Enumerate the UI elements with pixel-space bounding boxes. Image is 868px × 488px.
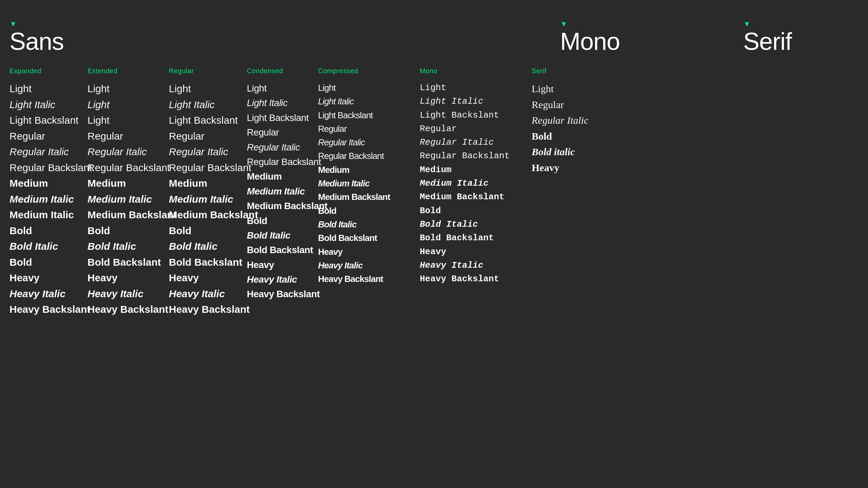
list-item: Regular xyxy=(532,97,627,113)
list-item: Bold Backslant xyxy=(420,231,532,245)
list-item: Heavy Italic xyxy=(9,286,84,302)
list-item: Light xyxy=(87,97,169,113)
list-item: Regular Italic xyxy=(532,113,627,128)
list-item: Heavy Backslant xyxy=(420,272,532,286)
list-item: Light xyxy=(247,81,318,96)
column-condensed: Condensed Light Light Italic Light Backs… xyxy=(247,67,318,318)
list-item: Heavy xyxy=(318,245,393,259)
condensed-label: Condensed xyxy=(247,67,318,75)
list-item: Medium Backslant xyxy=(87,207,169,223)
list-item: Regular Backslant xyxy=(9,160,84,176)
list-item: Light xyxy=(169,81,247,97)
list-item: Bold xyxy=(87,223,169,239)
sans-header: ▼ Sans xyxy=(9,20,560,54)
list-item: Medium Italic xyxy=(247,184,318,199)
list-item: Bold xyxy=(532,128,627,144)
list-item: Light Italic xyxy=(420,95,532,108)
list-item: Regular Italic xyxy=(420,136,532,149)
serif-header: ▼ Serif xyxy=(743,20,859,54)
list-item: Heavy xyxy=(247,258,318,272)
list-item: Heavy Backslant xyxy=(247,287,318,301)
list-item: Light xyxy=(9,81,84,97)
list-item: Bold xyxy=(169,223,247,239)
compressed-label: Compressed xyxy=(318,67,393,75)
list-item: Heavy Italic xyxy=(169,286,247,302)
list-item: Medium xyxy=(9,176,84,191)
list-item: Regular Italic xyxy=(169,144,247,160)
list-item: Regular Italic xyxy=(87,144,169,160)
mono-triangle-icon: ▼ xyxy=(560,20,568,28)
serif-triangle-icon: ▼ xyxy=(743,20,751,28)
list-item: Medium Backslant xyxy=(420,190,532,204)
list-item: Heavy xyxy=(87,270,169,286)
list-item: Light Italic xyxy=(247,96,318,110)
list-item: Medium xyxy=(420,163,532,177)
list-item: Light Italic xyxy=(169,97,247,113)
main-content: Expanded Light Light Italic Light Backsl… xyxy=(9,67,859,318)
regular-label: Regular xyxy=(169,67,247,75)
list-item: Heavy Italic xyxy=(420,259,532,272)
list-item: Regular Backslant xyxy=(420,149,532,163)
column-compressed: Compressed Light Light Italic Light Back… xyxy=(318,67,393,318)
list-item: Light xyxy=(87,81,169,97)
list-item: Medium Backslant xyxy=(169,207,247,223)
header-row: ▼ Sans ▼ Mono ▼ Serif xyxy=(9,20,859,54)
list-item: Light Backslant xyxy=(9,113,84,128)
list-item: Medium Italic xyxy=(169,191,247,207)
list-item: Regular xyxy=(247,125,318,140)
list-item: Heavy xyxy=(169,270,247,286)
list-item: Heavy xyxy=(420,245,532,259)
divider-gap xyxy=(393,67,420,318)
list-item: Light Backslant xyxy=(318,108,393,122)
list-item: Light xyxy=(87,113,169,128)
list-item: Regular Backslant xyxy=(169,160,247,176)
column-expanded: Expanded Light Light Italic Light Backsl… xyxy=(9,67,84,318)
list-item: Medium xyxy=(87,176,169,191)
list-item: Bold Backslant xyxy=(247,243,318,257)
list-item: Bold Backslant xyxy=(169,255,247,270)
list-item: Heavy Backslant xyxy=(169,302,247,318)
list-item: Heavy xyxy=(532,160,627,176)
list-item: Bold Backslant xyxy=(318,231,393,245)
column-extended: Extended Light Light Light Regular Regul… xyxy=(87,67,169,318)
list-item: Bold xyxy=(318,204,393,218)
list-item: Heavy Backslant xyxy=(9,302,84,318)
list-item: Bold Italic xyxy=(318,218,393,231)
list-item: Bold xyxy=(247,214,318,228)
list-item: Heavy Italic xyxy=(87,286,169,302)
list-item: Medium xyxy=(247,169,318,184)
list-item: Medium Italic xyxy=(420,177,532,190)
list-item: Regular xyxy=(420,122,532,136)
list-item: Heavy xyxy=(9,270,84,286)
column-mono: Mono Light Light Italic Light Backslant … xyxy=(420,67,532,318)
list-item: Regular xyxy=(87,128,169,144)
list-item: Light xyxy=(318,81,393,95)
list-item: Light Italic xyxy=(9,97,84,113)
serif-col-label: Serif xyxy=(532,67,627,75)
list-item: Bold xyxy=(9,223,84,239)
list-item: Heavy Italic xyxy=(247,272,318,287)
sans-title: Sans xyxy=(9,29,64,54)
sans-triangle-icon: ▼ xyxy=(9,20,17,28)
list-item: Medium Backslant xyxy=(318,190,393,204)
list-item: Regular Backslant xyxy=(247,155,318,169)
list-item: Bold italic xyxy=(532,144,627,160)
expanded-label: Expanded xyxy=(9,67,84,75)
list-item: Regular Backslant xyxy=(318,149,393,163)
list-item: Medium Italic xyxy=(9,207,84,223)
list-item: Bold Backslant xyxy=(87,255,169,270)
page-container: ▼ Sans ▼ Mono ▼ Serif Expanded Light Lig… xyxy=(9,20,859,318)
list-item: Medium xyxy=(169,176,247,191)
serif-title: Serif xyxy=(743,29,792,54)
mono-col-label: Mono xyxy=(420,67,532,75)
mono-title: Mono xyxy=(560,29,620,54)
list-item: Regular Backslant xyxy=(87,160,169,176)
column-regular: Regular Light Light Italic Light Backsla… xyxy=(169,67,247,318)
column-serif: Serif Light Regular Regular Italic Bold … xyxy=(532,67,627,318)
list-item: Light Backslant xyxy=(169,113,247,128)
list-item: Bold Italic xyxy=(247,228,318,243)
list-item: Regular xyxy=(318,122,393,136)
list-item: Bold Italic xyxy=(9,239,84,255)
list-item: Light xyxy=(420,81,532,95)
list-item: Light Italic xyxy=(318,95,393,108)
